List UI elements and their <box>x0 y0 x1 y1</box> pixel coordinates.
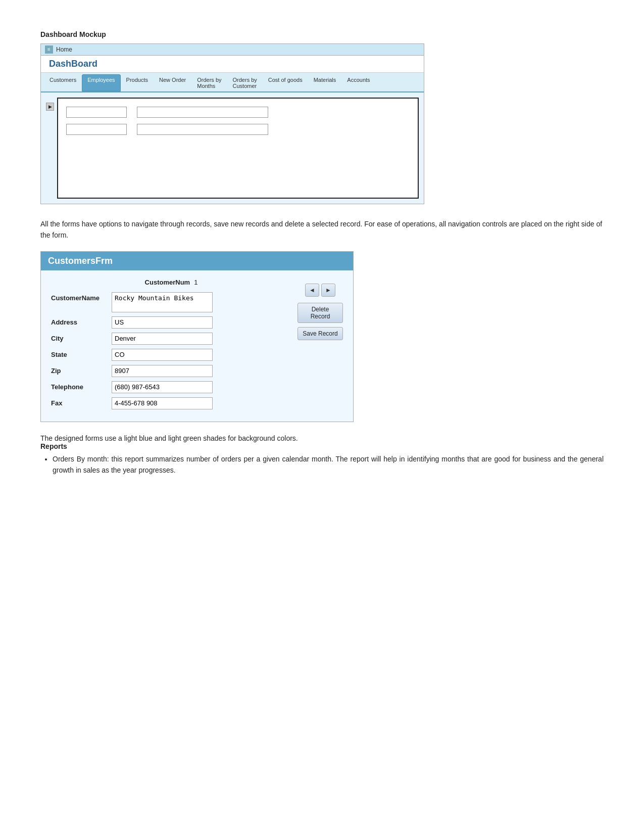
zip-input[interactable] <box>112 365 213 377</box>
telephone-input[interactable] <box>112 381 213 393</box>
save-record-button[interactable]: Save Record <box>298 327 343 340</box>
tab-products[interactable]: Products <box>121 74 154 91</box>
dashboard-body: ▶ <box>41 92 424 204</box>
telephone-label: Telephone <box>51 381 112 391</box>
next-record-button[interactable]: ► <box>321 284 335 297</box>
reports-description: The designed forms use a light blue and … <box>40 434 604 442</box>
state-input[interactable] <box>112 349 213 361</box>
customer-num-value: 1 <box>194 279 197 286</box>
mock-form-row-1 <box>66 107 410 118</box>
city-label: City <box>51 333 112 342</box>
address-input[interactable] <box>112 316 213 329</box>
reports-title: Reports <box>40 442 604 450</box>
nav-tabs-bar: Customers Employees Products New Order O… <box>41 73 424 92</box>
frm-fields: CustomerNum 1 CustomerName Rocky Mountai… <box>51 279 291 413</box>
reports-list: Orders By month: this report summarizes … <box>40 453 604 476</box>
dashboard-section-title: Dashboard Mockup <box>40 30 604 38</box>
field-row-state: State <box>51 349 291 361</box>
mock-input-2[interactable] <box>137 107 268 118</box>
fax-input[interactable] <box>112 397 213 409</box>
customer-num-label: CustomerNum <box>145 279 190 286</box>
tab-new-order[interactable]: New Order <box>154 74 191 91</box>
field-row-zip: Zip <box>51 365 291 377</box>
frm-header: CustomersFrm <box>41 252 353 270</box>
fax-label: Fax <box>51 397 112 407</box>
tab-orders-customer[interactable]: Orders byCustomer <box>227 74 263 91</box>
window-tab-label: Home <box>56 46 72 53</box>
tab-employees[interactable]: Employees <box>82 74 120 91</box>
mock-form-row-2 <box>66 124 410 135</box>
description-text: All the forms have options to navigate t… <box>40 218 604 241</box>
mock-form-area <box>57 98 419 199</box>
delete-record-button[interactable]: Delete Record <box>298 303 343 323</box>
dashboard-window: ≡ Home DashBoard Customers Employees Pro… <box>40 43 424 204</box>
field-row-telephone: Telephone <box>51 381 291 393</box>
zip-label: Zip <box>51 365 112 375</box>
window-icon: ≡ <box>45 45 53 54</box>
customers-frm: CustomersFrm CustomerNum 1 CustomerName … <box>40 251 354 422</box>
sidebar-arrow-area: ▶ <box>46 98 57 199</box>
state-label: State <box>51 349 112 358</box>
tab-accounts[interactable]: Accounts <box>341 74 375 91</box>
mock-input-3[interactable] <box>66 124 127 135</box>
frm-body: CustomerNum 1 CustomerName Rocky Mountai… <box>41 270 353 422</box>
tab-orders-months[interactable]: Orders byMonths <box>191 74 227 91</box>
report-item-1: Orders By month: this report summarizes … <box>53 453 604 476</box>
tab-materials[interactable]: Materials <box>308 74 342 91</box>
prev-record-button[interactable]: ◄ <box>305 284 319 297</box>
city-input[interactable] <box>112 333 213 345</box>
field-row-customername: CustomerName Rocky Mountain Bikes <box>51 292 291 312</box>
nav-arrows: ◄ ► <box>305 284 335 297</box>
field-row-fax: Fax <box>51 397 291 409</box>
address-label: Address <box>51 316 112 326</box>
tab-cost-goods[interactable]: Cost of goods <box>263 74 308 91</box>
mock-input-1[interactable] <box>66 107 127 118</box>
customername-input[interactable]: Rocky Mountain Bikes <box>112 292 213 312</box>
tab-customers[interactable]: Customers <box>44 74 82 91</box>
field-row-address: Address <box>51 316 291 329</box>
dashboard-title: DashBoard <box>41 56 424 73</box>
sidebar-arrow-btn[interactable]: ▶ <box>46 103 54 111</box>
window-title-bar: ≡ Home <box>41 44 424 56</box>
reports-section: The designed forms use a light blue and … <box>40 434 604 476</box>
field-row-city: City <box>51 333 291 345</box>
mock-input-4[interactable] <box>137 124 268 135</box>
customer-num-row: CustomerNum 1 <box>51 279 291 286</box>
customername-label: CustomerName <box>51 292 112 302</box>
frm-controls: ◄ ► Delete Record Save Record <box>298 279 343 413</box>
